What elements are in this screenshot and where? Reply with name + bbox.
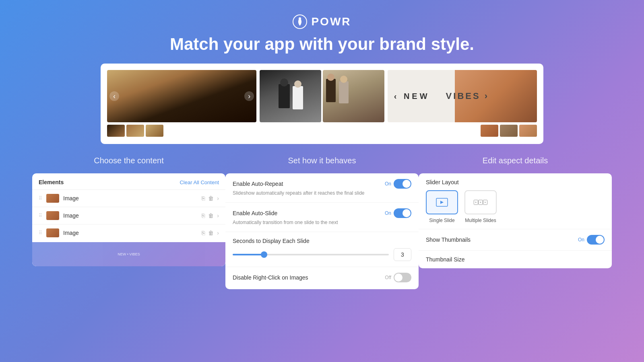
multiple-slides-icon-box: [464, 190, 497, 214]
expand-icon-2[interactable]: ›: [217, 212, 219, 219]
copy-icon-2[interactable]: ⎘: [202, 212, 205, 219]
element-thumb-3: [46, 228, 59, 237]
column-choose-content: Choose the content Elements Clear All Co…: [32, 156, 225, 289]
slider-layout-label: Slider Layout: [426, 179, 605, 185]
thumbnail-size-label: Thumbnail Size: [426, 256, 465, 263]
single-slide-label: Single Slide: [429, 218, 454, 223]
auto-repeat-toggle[interactable]: [394, 179, 411, 189]
slide-next-arrow[interactable]: ›: [244, 91, 254, 101]
vibes-text: VIBES ›: [446, 91, 489, 101]
disable-right-click-toggle[interactable]: [394, 273, 411, 282]
panel-header: Elements Clear All Content: [32, 173, 225, 189]
disable-right-click-top: Disable Right-Click on Images Off: [233, 273, 411, 282]
show-thumbnails-toggle[interactable]: [587, 235, 605, 245]
column-edit-aspect: Edit aspect details Slider Layout Single: [419, 156, 612, 289]
auto-repeat-toggle-knob: [402, 180, 411, 188]
fashion-image-1: [260, 70, 321, 122]
element-actions-1: ⎘ 🗑 ›: [202, 195, 219, 202]
copy-icon-3[interactable]: ⎘: [202, 230, 205, 236]
disable-right-click-label: Disable Right-Click on Images: [233, 274, 308, 281]
element-row-1: ⠿ Image ⎘ 🗑 ›: [32, 189, 225, 207]
slide-main-left: ‹ ›: [107, 70, 256, 122]
layout-option-single[interactable]: Single Slide: [426, 190, 458, 223]
aspect-panel: Slider Layout Single Slide: [419, 173, 612, 268]
auto-repeat-desc: Slideshow automatically repeats after it…: [233, 190, 411, 197]
delete-icon-1[interactable]: 🗑: [208, 195, 214, 202]
disable-right-click-toggle-row: Off: [385, 273, 411, 282]
thumbnail-r1[interactable]: [481, 125, 498, 137]
delete-icon-3[interactable]: 🗑: [208, 230, 214, 236]
svg-rect-8: [339, 81, 349, 103]
vibes-label: ‹ NEW VIBES ›: [388, 91, 537, 101]
disable-right-click-row: Disable Right-Click on Images Off: [225, 267, 419, 289]
svg-rect-6: [326, 79, 336, 102]
preview-right-slide: ‹ NEW VIBES ›: [388, 70, 537, 138]
slider-layout-section: Slider Layout Single Slide: [419, 173, 612, 229]
column-set-behavior: Set how it behaves Enable Auto-Repeat On…: [225, 156, 419, 289]
element-actions-3: ⎘ 🗑 ›: [202, 230, 219, 236]
new-text: ‹ NEW: [394, 92, 430, 101]
auto-repeat-label: Enable Auto-Repeat: [233, 181, 283, 187]
choose-content-title: Choose the content: [32, 156, 225, 165]
svg-rect-4: [293, 86, 303, 109]
show-thumbnails-row: Show Thumbnails On: [419, 229, 612, 251]
thumbnail-3[interactable]: [146, 125, 163, 137]
element-thumb-1: [46, 194, 59, 203]
expand-icon-1[interactable]: ›: [217, 195, 219, 202]
seconds-slider-fill: [233, 254, 264, 255]
element-actions-2: ⎘ 🗑 ›: [202, 212, 219, 219]
thumbnail-1[interactable]: [107, 125, 125, 137]
element-label-2: Image: [63, 212, 198, 219]
slide-prev-arrow[interactable]: ‹: [109, 91, 119, 101]
clear-all-button[interactable]: Clear All Content: [180, 179, 219, 185]
seconds-slider-row: 3: [233, 248, 411, 261]
seconds-slider-track[interactable]: [233, 254, 389, 255]
seconds-slider-value[interactable]: 3: [394, 248, 411, 261]
logo: POWR: [0, 14, 644, 29]
thumbnails-left: [107, 125, 256, 137]
thumbnail-size-row: Thumbnail Size: [419, 251, 612, 268]
drag-handle-2[interactable]: ⠿: [39, 213, 42, 218]
single-slide-icon: [435, 197, 449, 208]
seconds-slide-row: Seconds to Display Each Slide 3: [225, 232, 419, 267]
svg-point-3: [280, 78, 288, 86]
auto-slide-toggle-text: On: [385, 210, 391, 216]
fashion-image-2: [323, 70, 384, 122]
seconds-slider-thumb[interactable]: [261, 251, 267, 258]
auto-repeat-top: Enable Auto-Repeat On: [233, 179, 411, 189]
elements-panel: Elements Clear All Content ⠿ Image ⎘ 🗑 ›…: [32, 173, 225, 266]
edit-aspect-title: Edit aspect details: [419, 156, 612, 165]
thumbnail-r2[interactable]: [500, 125, 518, 137]
drag-handle-3[interactable]: ⠿: [39, 230, 42, 236]
set-behavior-title: Set how it behaves: [225, 156, 419, 165]
delete-icon-2[interactable]: 🗑: [208, 212, 214, 219]
drag-handle-1[interactable]: ⠿: [39, 195, 42, 201]
tagline: Match your app with your brand style.: [0, 35, 644, 54]
layout-options: Single Slide: [426, 190, 605, 223]
preview-left-slide: ‹ ›: [107, 70, 256, 138]
copy-icon-1[interactable]: ⎘: [202, 195, 205, 202]
svg-point-1: [299, 17, 301, 20]
show-thumbnails-toggle-text: On: [578, 237, 584, 243]
auto-slide-row: Enable Auto-Slide On Automatically trans…: [225, 203, 419, 232]
seconds-slide-label: Seconds to Display Each Slide: [233, 238, 411, 244]
auto-slide-desc: Automatically transition from one slide …: [233, 219, 411, 226]
expand-icon-3[interactable]: ›: [217, 230, 219, 236]
element-label-3: Image: [63, 230, 198, 236]
multiple-slides-icon: [473, 197, 488, 208]
thumbnail-2[interactable]: [126, 125, 144, 137]
auto-slide-label: Enable Auto-Slide: [233, 210, 277, 216]
layout-option-multiple[interactable]: Multiple Slides: [464, 190, 497, 223]
elements-label: Elements: [39, 179, 64, 185]
header: POWR Match your app with your brand styl…: [0, 0, 644, 64]
powr-logo-icon: [293, 14, 307, 29]
auto-repeat-row: Enable Auto-Repeat On Slideshow automati…: [225, 173, 419, 203]
disable-right-click-toggle-text: Off: [385, 275, 391, 280]
element-row-2: ⠿ Image ⎘ 🗑 ›: [32, 207, 225, 224]
thumbnail-r3[interactable]: [519, 125, 537, 137]
auto-slide-toggle-row: On: [385, 208, 411, 218]
preview-middle-slide: [260, 70, 384, 138]
element-label-1: Image: [63, 195, 198, 202]
show-thumbnails-knob: [596, 236, 604, 244]
auto-slide-toggle[interactable]: [394, 208, 411, 218]
